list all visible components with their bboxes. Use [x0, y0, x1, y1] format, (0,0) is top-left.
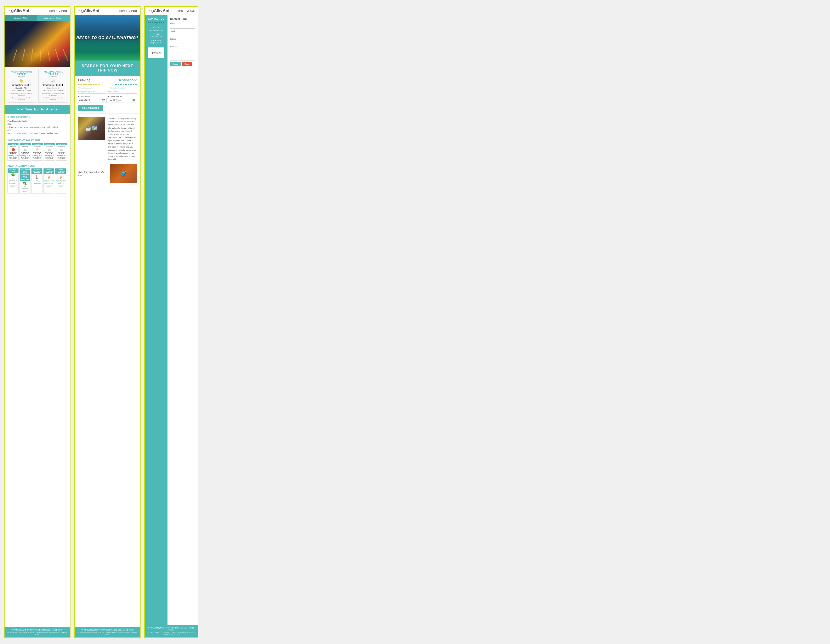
navbar-panel2: ✦ gAllivAnt Home | Contact	[74, 6, 140, 15]
search-banner: SEARCH FOR YOUR NEXT TRIP NOW	[74, 60, 140, 76]
nav-contact-p3[interactable]: Contact	[187, 9, 195, 12]
dep-weather-date: 9/10/2020	[8, 76, 35, 78]
tab-raleigh-atlanta[interactable]: Raleigh-to-Atlanta	[5, 15, 37, 21]
location-label: LOCATION	[150, 39, 162, 42]
logo-panel2: ✦ gAllivAnt	[78, 8, 100, 13]
contact-email: Contact-Info@gallivant.com	[147, 27, 165, 32]
fc-temp-3: Temperature: 70-90 °F	[44, 152, 54, 155]
forecast-day-4: ATLANTA 9/15/2020 ⛅ Temperature: 77-61 °…	[56, 143, 67, 161]
flight-arrive-time: Sat Aug 22 2020 00:30:00 GMT-0400 (Easte…	[8, 132, 67, 134]
footer-copy-p3: © 1962's Team #3: Joshua M. Small, Chels…	[147, 631, 196, 635]
date-ret-label: ■ Date Returning	[108, 95, 137, 97]
navbar-panel3: ✦ gAllivAnt Home | Contact	[145, 6, 198, 15]
logo-star-p2: ✦	[78, 9, 81, 13]
dest-field-label: + Destination Location	[108, 87, 137, 89]
date-returning-field: ■ Date Returning mm/dd/yyyy 📅	[108, 95, 137, 103]
att-addr-0: 800 Park Dr NE (Piedmont Ave NE) Atlanta…	[8, 180, 18, 188]
contact-form-panel: Contact Form Name Email Subject Message …	[168, 15, 198, 625]
panel-home: ✦ gAllivAnt Home | Contact READY TO GO G…	[74, 6, 141, 638]
fc-city-1: ATLANTA	[20, 143, 30, 145]
nav-contact-p1[interactable]: Contact	[59, 9, 67, 12]
contact-us-title: CONTACT US	[148, 17, 164, 20]
forecast-grid: ATLANTA 8/10/2020 🔴 Temperature: 88-51 °…	[8, 143, 67, 161]
footer-address-p2: CHAPEL HILL, NORTH CAROLINA | 1-800-555-…	[77, 629, 138, 631]
fc-icon-1: ⛅	[20, 148, 30, 151]
footer-copy-p1: © 1962's Team #3: Joshua M. Small, Chels…	[6, 631, 68, 635]
arr-weather-note1: Weather for 9/11/2020 is currently unava…	[40, 92, 66, 96]
fc-temp-4: Temperature: 77-61 °F	[57, 152, 67, 155]
attraction-card-0: PIEDMONT PARK 🌳 Park 800 Park Dr NE (Pie…	[8, 168, 19, 193]
nav-contact-p2[interactable]: Contact	[129, 9, 137, 12]
email-input[interactable]	[170, 33, 195, 36]
fc-date-3: 9/14/2020	[44, 146, 54, 147]
att-icon-3: 🍦	[44, 175, 54, 179]
logo-panel3: ✦ gAllivAnt	[148, 8, 169, 13]
dots-right	[115, 84, 137, 85]
flight-route: From Raleigh to Atlanta	[8, 120, 67, 122]
fc-hum-3: Humidity: 74 %	[44, 155, 54, 157]
fc-date-4: 9/15/2020	[57, 146, 67, 147]
date-dep-input[interactable]: 08/09/2020 📅	[78, 98, 106, 103]
tab-atlanta-raleigh[interactable]: Atlanta - to - Raleigh	[37, 15, 70, 21]
fc-hum-1: Humidity: 41 %	[20, 155, 30, 157]
fc-wind-0: Wind Speed: 5.57 MPH	[8, 157, 18, 159]
quote-text: Traveling is good for the soul.	[78, 170, 106, 177]
contact-form-title: Contact Form	[170, 17, 195, 21]
subject-input[interactable]	[170, 40, 195, 44]
arr-weather-note2: Displaying current weather for 9/10/2020	[40, 97, 66, 101]
brand-name-p3: gAllivAnt	[151, 8, 169, 13]
logo-star-p3: ✦	[148, 9, 150, 13]
logo-star: ✦	[8, 9, 10, 13]
attraction-card-1: CHATTAHOOCHEE RIVER NATIONAL RECREATION …	[19, 168, 31, 193]
flight-depart-time: Fri Aug 21 2020 21:32:00 GMT-0400 (Easte…	[8, 126, 67, 129]
contact-email-value: Contact-Info@gallivant.com	[147, 27, 165, 32]
reset-button[interactable]: Reset	[182, 62, 192, 66]
att-icon-1: 🌿	[20, 181, 30, 185]
contact-dots	[147, 22, 165, 25]
departing-input[interactable]	[78, 90, 106, 94]
attractions-section: ATLANTA'S ATTRACTIONS: PIEDMONT PARK 🌳 P…	[5, 163, 70, 196]
forecast-day-3: ATLANTA 9/14/2020 ⛅ Temperature: 70-90 °…	[44, 143, 55, 161]
weather-section: RALEIGH'S DEPARTING WEATHER 9/10/2020 ☀️…	[5, 67, 70, 104]
fc-hum-4: Humidity: 25 %	[57, 155, 67, 157]
att-label-2: Trail	[32, 179, 42, 181]
nav-home-p2[interactable]: Home	[119, 9, 125, 12]
fc-wind-4: Wind Speed: 3.69 MPH	[57, 157, 67, 159]
att-label-4: Ice Cream Shop	[56, 179, 66, 181]
luggage-icon: 🧳	[120, 170, 127, 177]
go-gallivanting-button[interactable]: Go Gallivanting	[78, 105, 103, 111]
date-ret-placeholder: mm/dd/yyyy	[110, 99, 120, 101]
destination-label: Destination:	[118, 78, 137, 82]
att-name-2: ATLANTA BELTLINE - MIDTOWN	[32, 168, 42, 174]
fc-date-2: 8/11/2020	[32, 146, 42, 147]
nav-home-p3[interactable]: Home	[177, 9, 183, 12]
contact-info-panel: CONTACT US Contact-Info@gallivant.com PH…	[145, 15, 168, 625]
subject-label: Subject	[170, 38, 195, 40]
leaving-label: Leaving:	[78, 78, 92, 82]
nav-links-p2: Home | Contact	[118, 9, 137, 12]
att-name-4: JENI'S SPLENDID ICE CREAMS	[55, 168, 66, 174]
destination-input[interactable]	[108, 90, 137, 94]
flight-section: FLIGHT INFORMATION From Raleigh to Atlan…	[5, 114, 70, 137]
fc-temp-2: Temperature: 90-60 °F	[32, 152, 42, 155]
forecast-day-0: ATLANTA 8/10/2020 🔴 Temperature: 88-51 °…	[8, 143, 19, 161]
submit-button[interactable]: Submit	[170, 62, 181, 66]
footer-copy-p2: © 1962's Team #3: Joshua M. Small, Chels…	[77, 631, 138, 635]
fc-temp-0: Temperature: 88-51 °F	[8, 152, 18, 155]
forecast-day-1: ATLANTA 9/10/2020 ⛅ Temperature: 92-23 °…	[19, 143, 31, 161]
att-name-3: JENI'S SPLENDID ICE CREAMS	[44, 168, 54, 174]
date-ret-input[interactable]: mm/dd/yyyy 📅	[108, 98, 137, 103]
luggage-image: 🧳	[110, 164, 137, 183]
flight-arrive-code: ATL	[8, 129, 67, 131]
footer-address-p3: CHAPEL HILL, NORTH CAROLINA | 1-800-555-…	[147, 627, 196, 631]
nav-home-p1[interactable]: Home	[49, 9, 55, 12]
arr-weather-icon: ☁️	[40, 79, 66, 83]
nav-links-p3: Home | Contact	[175, 9, 195, 12]
name-input[interactable]	[170, 25, 195, 28]
contact-logo: gAllivAnt	[148, 47, 165, 58]
date-dep-label: ■ Date Departing	[78, 95, 106, 97]
dep-weather-note1: Weather for 9/11/2020 is currently unava…	[8, 92, 35, 96]
arr-weather-wind: Wind Speed: 10.11 MPH	[40, 90, 66, 92]
message-textarea[interactable]	[170, 48, 195, 60]
att-addr-1: Atlanta, GA 30327 United States	[20, 188, 30, 193]
